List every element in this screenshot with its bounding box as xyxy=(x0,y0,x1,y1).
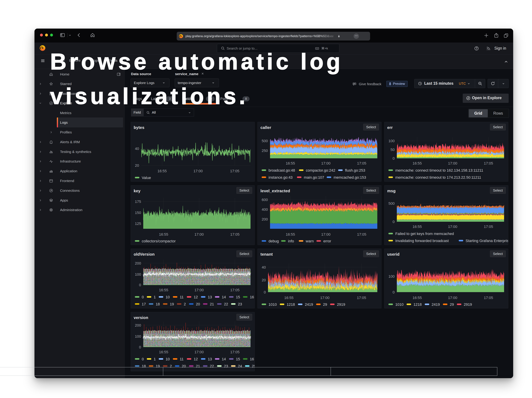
svg-text:23: 23 xyxy=(224,364,228,368)
svg-text:1010: 1010 xyxy=(268,302,277,307)
svg-text:memcached.go:153: memcached.go:153 xyxy=(334,175,366,180)
svg-text:16: 16 xyxy=(250,295,254,299)
svg-text:flush.go:253: flush.go:253 xyxy=(345,168,365,173)
svg-text:18: 18 xyxy=(142,364,146,368)
svg-text:150: 150 xyxy=(135,211,141,215)
svg-text:18: 18 xyxy=(156,302,160,306)
svg-text:2: 2 xyxy=(184,302,186,306)
svg-text:1: 1 xyxy=(154,295,156,299)
svg-text:1218: 1218 xyxy=(287,302,295,307)
svg-text:Starting Grafana Enterprise: Starting Grafana Enterprise xyxy=(466,239,508,243)
svg-text:17:05: 17:05 xyxy=(484,224,493,229)
svg-text:200: 200 xyxy=(135,323,141,327)
svg-text:20: 20 xyxy=(135,163,139,168)
svg-text:175: 175 xyxy=(135,199,141,204)
svg-text:17: 17 xyxy=(142,302,146,306)
svg-text:0: 0 xyxy=(393,156,395,161)
svg-text:2919: 2919 xyxy=(337,302,345,307)
svg-text:12: 12 xyxy=(194,295,198,299)
svg-text:0: 0 xyxy=(393,220,395,224)
svg-text:29: 29 xyxy=(450,302,454,307)
svg-text:20: 20 xyxy=(262,278,266,282)
svg-text:13: 13 xyxy=(208,357,212,361)
svg-text:2419: 2419 xyxy=(432,302,440,307)
svg-text:25: 25 xyxy=(252,364,255,368)
svg-text:17:00: 17:00 xyxy=(448,296,457,300)
svg-text:12: 12 xyxy=(194,357,198,361)
svg-text:0: 0 xyxy=(139,345,141,349)
svg-text:17:05: 17:05 xyxy=(484,161,493,165)
svg-text:0: 0 xyxy=(264,290,266,294)
svg-text:error: error xyxy=(323,239,331,243)
svg-text:11: 11 xyxy=(180,295,184,299)
svg-text:17:00: 17:00 xyxy=(448,161,457,165)
svg-text:16:55: 16:55 xyxy=(412,224,422,229)
svg-text:0: 0 xyxy=(142,357,144,361)
svg-text:40: 40 xyxy=(262,265,266,269)
svg-text:0: 0 xyxy=(393,290,395,294)
svg-text:500: 500 xyxy=(262,139,268,143)
svg-text:24: 24 xyxy=(238,364,242,368)
svg-text:17:05: 17:05 xyxy=(230,350,240,354)
svg-text:16:55: 16:55 xyxy=(159,350,168,354)
svg-text:17:05: 17:05 xyxy=(230,169,239,173)
svg-text:23: 23 xyxy=(238,302,242,306)
svg-text:16:55: 16:55 xyxy=(286,232,295,236)
svg-text:11: 11 xyxy=(180,357,184,361)
svg-text:16:55: 16:55 xyxy=(412,296,422,300)
svg-text:14: 14 xyxy=(222,357,226,361)
svg-text:15: 15 xyxy=(236,357,240,361)
svg-text:40: 40 xyxy=(135,147,139,151)
svg-text:17:00: 17:00 xyxy=(448,224,457,229)
svg-text:125: 125 xyxy=(135,222,141,226)
svg-text:200: 200 xyxy=(135,261,141,265)
svg-text:19: 19 xyxy=(156,364,160,368)
svg-text:600: 600 xyxy=(262,198,268,202)
svg-text:1218: 1218 xyxy=(413,302,422,307)
svg-text:14: 14 xyxy=(222,295,226,299)
svg-text:main.go:107: main.go:107 xyxy=(304,175,324,180)
svg-text:19: 19 xyxy=(170,302,174,306)
svg-text:17:05: 17:05 xyxy=(230,232,240,236)
svg-text:Value: Value xyxy=(142,176,151,180)
svg-text:info: info xyxy=(288,239,294,243)
svg-text:compactor.go:242: compactor.go:242 xyxy=(306,168,335,173)
svg-text:100: 100 xyxy=(388,139,395,143)
svg-text:15: 15 xyxy=(236,295,240,299)
svg-text:17:00: 17:00 xyxy=(321,161,330,165)
svg-text:22: 22 xyxy=(210,364,214,368)
svg-text:16:55: 16:55 xyxy=(412,161,422,165)
svg-text:16:55: 16:55 xyxy=(157,169,167,173)
svg-text:100: 100 xyxy=(135,334,141,338)
svg-text:17:05: 17:05 xyxy=(357,296,366,300)
svg-text:17:00: 17:00 xyxy=(194,288,204,292)
svg-text:k6: k6 xyxy=(51,152,52,153)
svg-text:17:00: 17:00 xyxy=(321,232,330,236)
svg-text:20: 20 xyxy=(196,302,200,306)
svg-text:17:05: 17:05 xyxy=(357,161,366,165)
svg-text:16:55: 16:55 xyxy=(286,161,295,165)
svg-text:2419: 2419 xyxy=(305,302,313,307)
svg-text:17:00: 17:00 xyxy=(320,296,329,300)
svg-text:22: 22 xyxy=(224,302,228,306)
svg-text:17:05: 17:05 xyxy=(484,296,493,300)
svg-text:16:55: 16:55 xyxy=(159,288,168,292)
svg-text:17:05: 17:05 xyxy=(357,232,366,236)
svg-text:0: 0 xyxy=(142,295,144,299)
svg-text:Failed to get keys from memcac: Failed to get keys from memcached xyxy=(395,232,454,236)
svg-text:memcache: connect timeout to 1: memcache: connect timeout to 162.134.158… xyxy=(395,168,483,173)
svg-text:2919: 2919 xyxy=(464,302,472,307)
svg-text:16: 16 xyxy=(250,357,254,361)
svg-text:2: 2 xyxy=(170,364,172,368)
svg-text:10: 10 xyxy=(166,295,170,299)
svg-text:broadcast.go:48: broadcast.go:48 xyxy=(268,168,295,173)
svg-text:instance.go:43: instance.go:43 xyxy=(268,175,292,180)
svg-text:100: 100 xyxy=(388,274,395,279)
svg-text:21: 21 xyxy=(196,364,200,368)
svg-text:17:00: 17:00 xyxy=(193,169,203,173)
svg-text:collectors/compactor: collectors/compactor xyxy=(142,239,176,243)
svg-text:13: 13 xyxy=(208,295,212,299)
svg-text:500: 500 xyxy=(388,201,395,205)
svg-text:250: 250 xyxy=(262,149,268,153)
svg-text:Invalidating forwarded broadca: Invalidating forwarded broadcast xyxy=(395,239,449,243)
